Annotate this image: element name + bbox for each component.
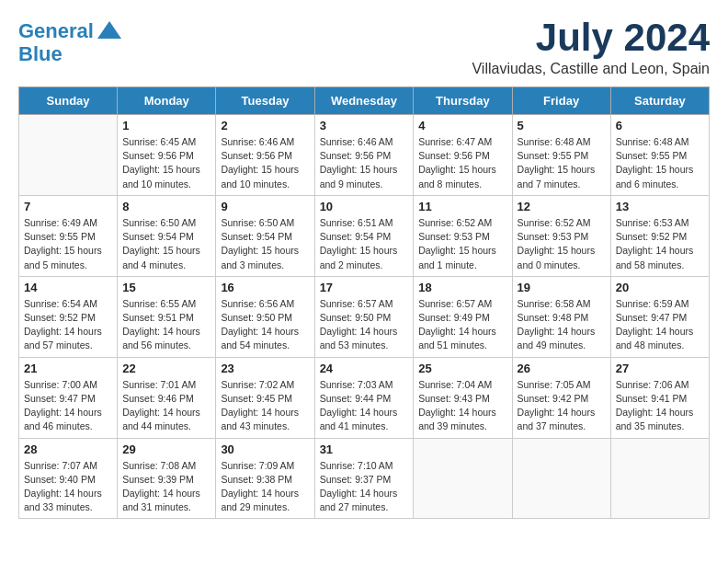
day-info: Sunrise: 6:52 AMSunset: 9:53 PMDaylight:…	[518, 216, 606, 272]
weekday-header-thursday: Thursday	[414, 87, 512, 115]
day-info: Sunrise: 7:00 AMSunset: 9:47 PMDaylight:…	[24, 378, 112, 434]
day-info: Sunrise: 6:58 AMSunset: 9:48 PMDaylight:…	[518, 297, 606, 353]
day-number: 20	[616, 281, 704, 294]
day-info: Sunrise: 7:05 AMSunset: 9:42 PMDaylight:…	[518, 378, 606, 434]
day-info: Sunrise: 6:59 AMSunset: 9:47 PMDaylight:…	[616, 297, 704, 353]
calendar-cell	[512, 438, 610, 519]
day-number: 1	[122, 119, 210, 132]
day-info: Sunrise: 6:48 AMSunset: 9:55 PMDaylight:…	[616, 135, 704, 191]
calendar-cell: 18Sunrise: 6:57 AMSunset: 9:49 PMDayligh…	[414, 276, 512, 357]
day-number: 16	[221, 281, 309, 294]
day-info: Sunrise: 6:45 AMSunset: 9:56 PMDaylight:…	[122, 135, 210, 191]
day-info: Sunrise: 6:46 AMSunset: 9:56 PMDaylight:…	[320, 135, 409, 191]
day-info: Sunrise: 6:46 AMSunset: 9:56 PMDaylight:…	[221, 135, 309, 191]
calendar-cell: 10Sunrise: 6:51 AMSunset: 9:54 PMDayligh…	[314, 195, 414, 276]
location: Villaviudas, Castille and Leon, Spain	[472, 61, 710, 77]
calendar-cell: 31Sunrise: 7:10 AMSunset: 9:37 PMDayligh…	[314, 438, 414, 519]
calendar-cell: 4Sunrise: 6:47 AMSunset: 9:56 PMDaylight…	[414, 115, 512, 196]
day-number: 9	[221, 200, 309, 213]
day-number: 21	[24, 362, 112, 375]
weekday-header-saturday: Saturday	[610, 87, 709, 115]
day-number: 24	[320, 362, 409, 375]
weekday-header-sunday: Sunday	[19, 87, 118, 115]
calendar-cell: 23Sunrise: 7:02 AMSunset: 9:45 PMDayligh…	[216, 357, 314, 438]
calendar-cell: 27Sunrise: 7:06 AMSunset: 9:41 PMDayligh…	[610, 357, 709, 438]
calendar-cell: 28Sunrise: 7:07 AMSunset: 9:40 PMDayligh…	[19, 438, 118, 519]
title-block: July 2024 Villaviudas, Castille and Leon…	[472, 18, 710, 77]
logo: General Blue	[18, 18, 125, 66]
calendar-cell	[414, 438, 512, 519]
week-row-2: 7Sunrise: 6:49 AMSunset: 9:55 PMDaylight…	[19, 195, 710, 276]
calendar-cell: 9Sunrise: 6:50 AMSunset: 9:54 PMDaylight…	[216, 195, 314, 276]
calendar-cell: 7Sunrise: 6:49 AMSunset: 9:55 PMDaylight…	[19, 195, 118, 276]
page-header: General Blue July 2024 Villaviudas, Cast…	[18, 18, 710, 77]
calendar-cell: 2Sunrise: 6:46 AMSunset: 9:56 PMDaylight…	[216, 115, 314, 196]
day-info: Sunrise: 6:52 AMSunset: 9:53 PMDaylight:…	[418, 216, 506, 272]
calendar-cell: 24Sunrise: 7:03 AMSunset: 9:44 PMDayligh…	[314, 357, 414, 438]
day-info: Sunrise: 6:53 AMSunset: 9:52 PMDaylight:…	[616, 216, 704, 272]
day-number: 31	[320, 442, 409, 456]
day-info: Sunrise: 6:47 AMSunset: 9:56 PMDaylight:…	[418, 135, 506, 191]
weekday-header-row: SundayMondayTuesdayWednesdayThursdayFrid…	[19, 87, 710, 115]
day-number: 15	[122, 281, 210, 294]
calendar-cell: 26Sunrise: 7:05 AMSunset: 9:42 PMDayligh…	[512, 357, 610, 438]
day-number: 6	[616, 119, 704, 132]
day-number: 3	[320, 119, 409, 132]
calendar-cell: 8Sunrise: 6:50 AMSunset: 9:54 PMDaylight…	[118, 195, 216, 276]
day-number: 10	[320, 200, 409, 213]
day-number: 4	[418, 119, 506, 132]
day-info: Sunrise: 6:51 AMSunset: 9:54 PMDaylight:…	[320, 216, 409, 272]
day-number: 30	[221, 442, 309, 456]
day-info: Sunrise: 6:57 AMSunset: 9:50 PMDaylight:…	[320, 297, 409, 353]
day-number: 18	[418, 281, 506, 294]
calendar-body: 1Sunrise: 6:45 AMSunset: 9:56 PMDaylight…	[19, 115, 710, 519]
day-info: Sunrise: 6:49 AMSunset: 9:55 PMDaylight:…	[24, 216, 112, 272]
day-info: Sunrise: 6:55 AMSunset: 9:51 PMDaylight:…	[122, 297, 210, 353]
day-number: 26	[518, 362, 606, 375]
calendar-cell: 19Sunrise: 6:58 AMSunset: 9:48 PMDayligh…	[512, 276, 610, 357]
day-info: Sunrise: 7:10 AMSunset: 9:37 PMDaylight:…	[320, 459, 409, 515]
day-number: 12	[518, 200, 606, 213]
calendar-cell: 25Sunrise: 7:04 AMSunset: 9:43 PMDayligh…	[414, 357, 512, 438]
calendar-cell: 21Sunrise: 7:00 AMSunset: 9:47 PMDayligh…	[19, 357, 118, 438]
calendar-cell: 5Sunrise: 6:48 AMSunset: 9:55 PMDaylight…	[512, 115, 610, 196]
week-row-3: 14Sunrise: 6:54 AMSunset: 9:52 PMDayligh…	[19, 276, 710, 357]
calendar-cell	[610, 438, 709, 519]
svg-marker-0	[97, 21, 121, 39]
day-number: 17	[320, 281, 409, 294]
calendar-table: SundayMondayTuesdayWednesdayThursdayFrid…	[18, 86, 710, 519]
day-info: Sunrise: 6:50 AMSunset: 9:54 PMDaylight:…	[122, 216, 210, 272]
day-number: 8	[122, 200, 210, 213]
calendar-cell: 14Sunrise: 6:54 AMSunset: 9:52 PMDayligh…	[19, 276, 118, 357]
day-number: 28	[24, 442, 112, 456]
calendar-cell: 6Sunrise: 6:48 AMSunset: 9:55 PMDaylight…	[610, 115, 709, 196]
day-info: Sunrise: 7:09 AMSunset: 9:38 PMDaylight:…	[221, 459, 309, 515]
day-number: 2	[221, 119, 309, 132]
weekday-header-wednesday: Wednesday	[314, 87, 414, 115]
day-number: 5	[518, 119, 606, 132]
day-number: 29	[122, 442, 210, 456]
calendar-cell: 13Sunrise: 6:53 AMSunset: 9:52 PMDayligh…	[610, 195, 709, 276]
day-info: Sunrise: 6:54 AMSunset: 9:52 PMDaylight:…	[24, 297, 112, 353]
day-number: 22	[122, 362, 210, 375]
day-info: Sunrise: 7:02 AMSunset: 9:45 PMDaylight:…	[221, 378, 309, 434]
day-info: Sunrise: 7:01 AMSunset: 9:46 PMDaylight:…	[122, 378, 210, 434]
week-row-4: 21Sunrise: 7:00 AMSunset: 9:47 PMDayligh…	[19, 357, 710, 438]
week-row-5: 28Sunrise: 7:07 AMSunset: 9:40 PMDayligh…	[19, 438, 710, 519]
calendar-cell: 22Sunrise: 7:01 AMSunset: 9:46 PMDayligh…	[118, 357, 216, 438]
day-info: Sunrise: 7:08 AMSunset: 9:39 PMDaylight:…	[122, 459, 210, 515]
day-number: 14	[24, 281, 112, 294]
calendar-cell: 29Sunrise: 7:08 AMSunset: 9:39 PMDayligh…	[118, 438, 216, 519]
weekday-header-monday: Monday	[118, 87, 216, 115]
day-number: 27	[616, 362, 704, 375]
calendar-cell: 3Sunrise: 6:46 AMSunset: 9:56 PMDaylight…	[314, 115, 414, 196]
calendar-cell: 20Sunrise: 6:59 AMSunset: 9:47 PMDayligh…	[610, 276, 709, 357]
day-number: 13	[616, 200, 704, 213]
day-number: 25	[418, 362, 506, 375]
weekday-header-friday: Friday	[512, 87, 610, 115]
day-number: 19	[518, 281, 606, 294]
day-info: Sunrise: 6:48 AMSunset: 9:55 PMDaylight:…	[518, 135, 606, 191]
calendar-cell: 1Sunrise: 6:45 AMSunset: 9:56 PMDaylight…	[118, 115, 216, 196]
day-info: Sunrise: 7:06 AMSunset: 9:41 PMDaylight:…	[616, 378, 704, 434]
day-info: Sunrise: 7:03 AMSunset: 9:44 PMDaylight:…	[320, 378, 409, 434]
